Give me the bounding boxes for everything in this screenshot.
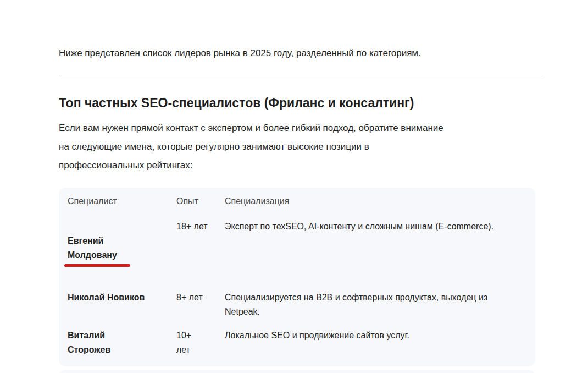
specialization-text: Специализируется на B2B и софтверных про…	[225, 290, 524, 319]
specialists-table: Специалист Опыт Специализация Евгений Мо…	[59, 188, 535, 366]
specialization-text: Эксперт по техSEO, AI-контенту и сложным…	[225, 220, 524, 281]
specialist-name: Виталий Сторожев	[68, 328, 176, 357]
specialization-text: Локальное SEO и продвижение сайтов услуг…	[225, 328, 524, 357]
column-header-specialist: Специалист	[68, 194, 176, 209]
experience-value: 18+ лет	[176, 220, 225, 281]
specialist-name: Евгений Молдовану	[68, 220, 176, 281]
table-row: Николай Новиков 8+ лет Специализируется …	[68, 290, 524, 319]
table-header-row: Специалист Опыт Специализация	[68, 194, 524, 209]
table-row: Евгений Молдовану 18+ лет Эксперт по тех…	[68, 220, 524, 281]
intro-text: Ниже представлен список лидеров рынка в …	[59, 46, 542, 61]
specialist-name-text: Евгений Молдовану	[68, 236, 117, 260]
section-divider	[59, 75, 541, 75]
experience-value: 10+ лет	[176, 328, 225, 357]
specialist-name: Николай Новиков	[68, 290, 176, 319]
next-section-card-partial	[59, 370, 535, 373]
table-row: Виталий Сторожев 10+ лет Локальное SEO и…	[68, 328, 524, 357]
column-header-experience: Опыт	[176, 194, 225, 209]
red-underline-annotation	[64, 264, 130, 267]
column-header-specialization: Специализация	[225, 194, 524, 209]
section-heading: Топ частных SEO-специалистов (Фриланс и …	[59, 95, 542, 111]
experience-value: 8+ лет	[176, 290, 225, 319]
section-description: Если вам нужен прямой контакт с эксперто…	[59, 119, 542, 175]
